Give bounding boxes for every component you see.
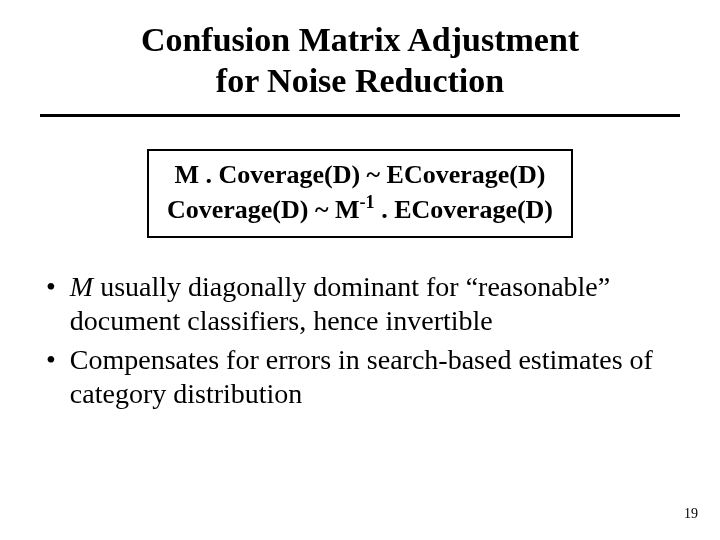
list-item: • Compensates for errors in search-based…	[46, 343, 680, 410]
bullet-rest: Compensates for errors in search-based e…	[70, 344, 653, 409]
bullet-text: Compensates for errors in search-based e…	[70, 343, 680, 410]
bullet-dot-icon: •	[46, 270, 56, 304]
bullet-rest: usually diagonally dominant for “reasona…	[70, 271, 610, 336]
bullet-italic-lead: M	[70, 271, 93, 302]
list-item: • M usually diagonally dominant for “rea…	[46, 270, 680, 337]
formula-line-2: Coverage(D) ~ M-1 . ECoverage(D)	[167, 191, 553, 226]
formula-superscript: -1	[360, 192, 375, 212]
formula-line-1: M . Coverage(D) ~ ECoverage(D)	[167, 159, 553, 192]
formula-line-2-b: . ECoverage(D)	[375, 195, 553, 224]
bullet-list: • M usually diagonally dominant for “rea…	[40, 270, 680, 410]
bullet-text: M usually diagonally dominant for “reaso…	[70, 270, 680, 337]
formula-line-1-text: M . Coverage(D) ~ ECoverage(D)	[175, 160, 546, 189]
formula-line-2-a: Coverage(D) ~ M	[167, 195, 360, 224]
title-line-2: for Noise Reduction	[216, 62, 504, 99]
title-divider	[40, 114, 680, 117]
title-line-1: Confusion Matrix Adjustment	[141, 21, 579, 58]
slide: Confusion Matrix Adjustment for Noise Re…	[0, 0, 720, 540]
page-number: 19	[684, 506, 698, 522]
bullet-dot-icon: •	[46, 343, 56, 377]
page-title: Confusion Matrix Adjustment for Noise Re…	[40, 20, 680, 102]
formula-box: M . Coverage(D) ~ ECoverage(D) Coverage(…	[147, 149, 573, 239]
